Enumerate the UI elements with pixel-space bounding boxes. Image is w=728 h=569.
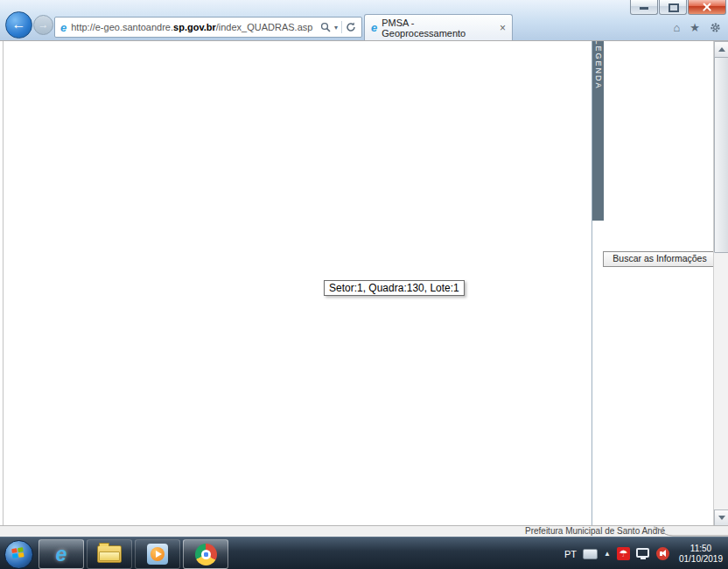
map-canvas[interactable]: Setor:1, Quadra:130, Lote:1 bbox=[0, 40, 592, 526]
scroll-up-button[interactable] bbox=[714, 41, 728, 58]
clock-date: 01/10/2019 bbox=[679, 554, 723, 565]
search-info-button[interactable]: Buscar as Informações bbox=[603, 251, 717, 267]
network-display-icon[interactable] bbox=[636, 548, 650, 560]
status-bar: Prefeitura Municipal de Santo André bbox=[0, 525, 728, 537]
restore-icon bbox=[668, 4, 679, 12]
arrow-up-icon bbox=[718, 47, 725, 52]
settings-gear-icon[interactable] bbox=[710, 22, 721, 33]
favorites-star-icon[interactable]: ★ bbox=[690, 21, 700, 34]
sidebar-scrollbar[interactable] bbox=[713, 41, 728, 526]
back-button[interactable]: ← bbox=[5, 11, 32, 39]
minimize-icon bbox=[640, 7, 648, 10]
clock-time: 11:50 bbox=[679, 544, 723, 554]
windows-flag-icon bbox=[11, 547, 25, 560]
language-indicator[interactable]: PT bbox=[564, 549, 577, 559]
scrollbar-thumb[interactable] bbox=[714, 57, 728, 253]
close-button[interactable] bbox=[688, 0, 726, 15]
taskbar-explorer-button[interactable] bbox=[87, 539, 132, 569]
tab-strip: e PMSA - Geoprocessamento × bbox=[364, 14, 665, 40]
minimize-button[interactable] bbox=[630, 0, 658, 15]
taskbar: e PT ▲ ☂ 11:50 01/10/2019 bbox=[0, 537, 728, 569]
system-tray: PT ▲ ☂ 11:50 01/10/2019 bbox=[564, 537, 726, 569]
media-player-icon bbox=[147, 544, 168, 565]
antivirus-icon[interactable]: ☂ bbox=[617, 547, 630, 560]
forward-button[interactable]: → bbox=[33, 15, 53, 35]
tab-close-icon[interactable]: × bbox=[500, 22, 506, 34]
taskbar-mediaplayer-button[interactable] bbox=[135, 539, 180, 569]
status-text: Prefeitura Municipal de Santo André bbox=[525, 526, 665, 537]
lot-tooltip: Setor:1, Quadra:130, Lote:1 bbox=[324, 280, 465, 296]
browser-titlebar: ← → e http://e-geo.santoandre.sp.gov.br/… bbox=[0, 0, 728, 41]
tray-expand-icon[interactable]: ▲ bbox=[604, 550, 611, 558]
search-icon[interactable] bbox=[320, 22, 331, 32]
start-button[interactable] bbox=[4, 540, 33, 569]
taskbar-chrome-button[interactable] bbox=[183, 539, 228, 569]
taskbar-ie-button[interactable]: e bbox=[38, 539, 84, 569]
browser-window: ← → e http://e-geo.santoandre.sp.gov.br/… bbox=[0, 0, 728, 569]
keyboard-icon[interactable] bbox=[583, 549, 598, 559]
clock[interactable]: 11:50 01/10/2019 bbox=[679, 544, 723, 565]
chrome-icon bbox=[195, 544, 217, 565]
legend-tab[interactable]: LEGENDA bbox=[592, 41, 604, 221]
restore-button[interactable] bbox=[659, 0, 687, 15]
map-svg[interactable] bbox=[4, 41, 592, 526]
divider bbox=[341, 21, 342, 33]
tab-title: PMSA - Geoprocessamento bbox=[382, 18, 500, 39]
ie-tab-icon: e bbox=[371, 21, 377, 34]
tab-pmsa[interactable]: e PMSA - Geoprocessamento × bbox=[364, 14, 513, 40]
refresh-icon[interactable] bbox=[346, 22, 356, 32]
arrow-down-icon bbox=[718, 516, 725, 520]
address-bar[interactable]: e http://e-geo.santoandre.sp.gov.br/inde… bbox=[54, 17, 362, 38]
page-content: Setor:1, Quadra:130, Lote:1 LEGENDA Busc… bbox=[0, 40, 728, 525]
url-text: http://e-geo.santoandre.sp.gov.br/index_… bbox=[71, 22, 320, 32]
folder-icon bbox=[97, 545, 122, 563]
scroll-down-button[interactable] bbox=[714, 509, 728, 526]
internet-explorer-icon: e bbox=[56, 543, 67, 566]
search-dropdown-caret[interactable]: ▾ bbox=[334, 24, 338, 32]
volume-icon[interactable] bbox=[656, 547, 669, 560]
home-icon[interactable]: ⌂ bbox=[673, 21, 680, 34]
legend-sidebar: LEGENDA Buscar as Informações bbox=[592, 40, 728, 526]
ie-page-icon: e bbox=[60, 21, 66, 34]
